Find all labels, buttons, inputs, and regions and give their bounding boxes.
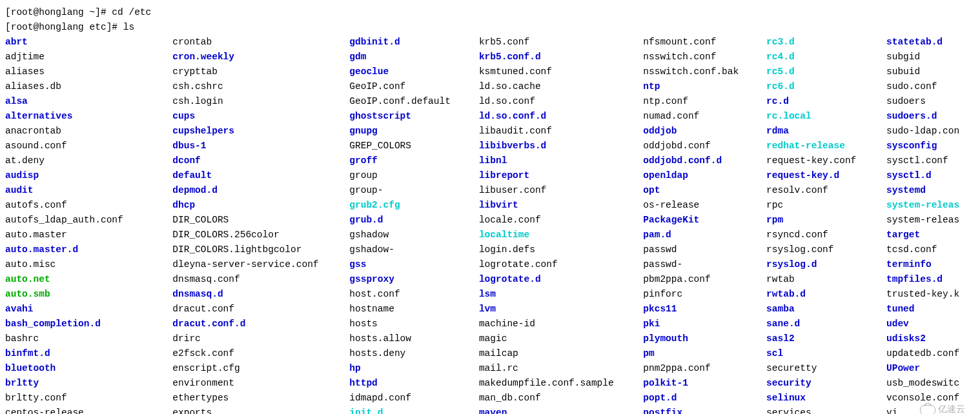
file-entry: ntp bbox=[643, 79, 766, 94]
file-entry: e2fsck.conf bbox=[172, 346, 349, 361]
file-entry: libaudit.conf bbox=[479, 124, 643, 139]
listing-column-1: abrtadjtimealiasesaliases.dbalsaalternat… bbox=[5, 35, 172, 414]
file-entry: dnsmasq.conf bbox=[172, 272, 349, 287]
file-entry: tcsd.conf bbox=[886, 242, 975, 257]
file-entry: hosts bbox=[349, 317, 479, 331]
file-entry: os-release bbox=[643, 198, 766, 213]
file-entry: geoclue bbox=[349, 64, 479, 79]
watermark: 亿速云 bbox=[920, 402, 965, 414]
file-entry: locale.conf bbox=[479, 213, 643, 228]
file-entry: nsswitch.conf.bak bbox=[643, 64, 766, 79]
file-entry: gshadow- bbox=[349, 242, 479, 257]
file-entry: rsyslog.d bbox=[766, 257, 886, 272]
file-entry: group bbox=[349, 168, 479, 183]
file-entry: logrotate.conf bbox=[479, 257, 643, 272]
file-entry: groff bbox=[349, 153, 479, 168]
file-entry: passwd bbox=[643, 242, 766, 257]
file-entry: hosts.allow bbox=[349, 331, 479, 346]
file-entry: services bbox=[766, 406, 886, 414]
file-entry: rc.d bbox=[766, 94, 886, 109]
file-entry: auto.net bbox=[5, 272, 172, 287]
file-entry: at.deny bbox=[5, 153, 172, 168]
file-entry: rc6.d bbox=[766, 79, 886, 94]
file-entry: openldap bbox=[643, 168, 766, 183]
file-entry: dracut.conf bbox=[172, 302, 349, 317]
file-entry: systemd bbox=[886, 183, 975, 198]
file-entry: oddjobd.conf bbox=[643, 139, 766, 153]
file-entry: dnsmasq.d bbox=[172, 287, 349, 302]
file-entry: polkit-1 bbox=[643, 376, 766, 391]
file-entry: dracut.conf.d bbox=[172, 317, 349, 331]
file-entry: DIR_COLORS.lightbgcolor bbox=[172, 242, 349, 257]
file-entry: alternatives bbox=[5, 109, 172, 124]
file-entry: host.conf bbox=[349, 287, 479, 302]
file-entry: asound.conf bbox=[5, 139, 172, 153]
file-entry: crypttab bbox=[172, 64, 349, 79]
file-entry: request-key.conf bbox=[766, 153, 886, 168]
listing-column-3: gdbinit.dgdmgeoclueGeoIP.confGeoIP.conf.… bbox=[349, 35, 479, 414]
file-entry: ld.so.conf.d bbox=[479, 109, 643, 124]
file-entry: bluetooth bbox=[5, 361, 172, 376]
file-entry: opt bbox=[643, 183, 766, 198]
file-entry: GeoIP.conf.default bbox=[349, 94, 479, 109]
file-entry: dbus-1 bbox=[172, 139, 349, 153]
file-entry: localtime bbox=[479, 228, 643, 242]
file-entry: popt.d bbox=[643, 391, 766, 406]
file-entry: samba bbox=[766, 302, 886, 317]
file-entry: man_db.conf bbox=[479, 391, 643, 406]
file-entry: plymouth bbox=[643, 331, 766, 346]
file-entry: tuned bbox=[886, 302, 975, 317]
file-entry: aliases.db bbox=[5, 79, 172, 94]
file-entry: environment bbox=[172, 376, 349, 391]
file-entry: sudo.conf bbox=[886, 79, 975, 94]
file-entry: selinux bbox=[766, 391, 886, 406]
file-entry: httpd bbox=[349, 376, 479, 391]
file-entry: tmpfiles.d bbox=[886, 272, 975, 287]
file-entry: postfix bbox=[643, 406, 766, 414]
file-entry: gnupg bbox=[349, 124, 479, 139]
file-entry: grub2.cfg bbox=[349, 198, 479, 213]
file-entry: target bbox=[886, 228, 975, 242]
file-entry: krb5.conf bbox=[479, 35, 643, 50]
file-entry: rc3.d bbox=[766, 35, 886, 50]
file-entry: ntp.conf bbox=[643, 94, 766, 109]
file-entry: auto.master bbox=[5, 228, 172, 242]
file-entry: abrt bbox=[5, 35, 172, 50]
file-entry: libibverbs.d bbox=[479, 139, 643, 153]
file-entry: libreport bbox=[479, 168, 643, 183]
file-entry: cupshelpers bbox=[172, 124, 349, 139]
file-entry: pki bbox=[643, 317, 766, 331]
file-entry: oddjobd.conf.d bbox=[643, 153, 766, 168]
file-entry: rwtab.d bbox=[766, 287, 886, 302]
file-entry: gssproxy bbox=[349, 272, 479, 287]
file-entry: hp bbox=[349, 361, 479, 376]
file-entry: csh.cshrc bbox=[172, 79, 349, 94]
file-entry: auto.smb bbox=[5, 287, 172, 302]
file-entry: sudo-ldap.con bbox=[886, 124, 975, 139]
file-entry: rsyslog.conf bbox=[766, 242, 886, 257]
file-entry: init.d bbox=[349, 406, 479, 414]
file-entry: ld.so.conf bbox=[479, 94, 643, 109]
listing-column-4: krb5.confkrb5.conf.dksmtuned.confld.so.c… bbox=[479, 35, 643, 414]
file-entry: passwd- bbox=[643, 257, 766, 272]
file-entry: brltty bbox=[5, 376, 172, 391]
file-entry: grub.d bbox=[349, 213, 479, 228]
file-entry: bash_completion.d bbox=[5, 317, 172, 331]
file-entry: DIR_COLORS.256color bbox=[172, 228, 349, 242]
file-entry: ld.so.cache bbox=[479, 79, 643, 94]
file-entry: gss bbox=[349, 257, 479, 272]
file-entry: pnm2ppa.conf bbox=[643, 361, 766, 376]
file-entry: aliases bbox=[5, 64, 172, 79]
file-entry: system-releas bbox=[886, 198, 975, 213]
file-entry: exports bbox=[172, 406, 349, 414]
file-entry: login.defs bbox=[479, 242, 643, 257]
file-entry: depmod.d bbox=[172, 183, 349, 198]
file-entry: audisp bbox=[5, 168, 172, 183]
file-entry: lsm bbox=[479, 287, 643, 302]
file-entry: cron.weekly bbox=[172, 50, 349, 64]
file-entry: alsa bbox=[5, 94, 172, 109]
file-entry: rsyncd.conf bbox=[766, 228, 886, 242]
file-entry: oddjob bbox=[643, 124, 766, 139]
file-entry: magic bbox=[479, 331, 643, 346]
file-entry: sysctl.d bbox=[886, 168, 975, 183]
